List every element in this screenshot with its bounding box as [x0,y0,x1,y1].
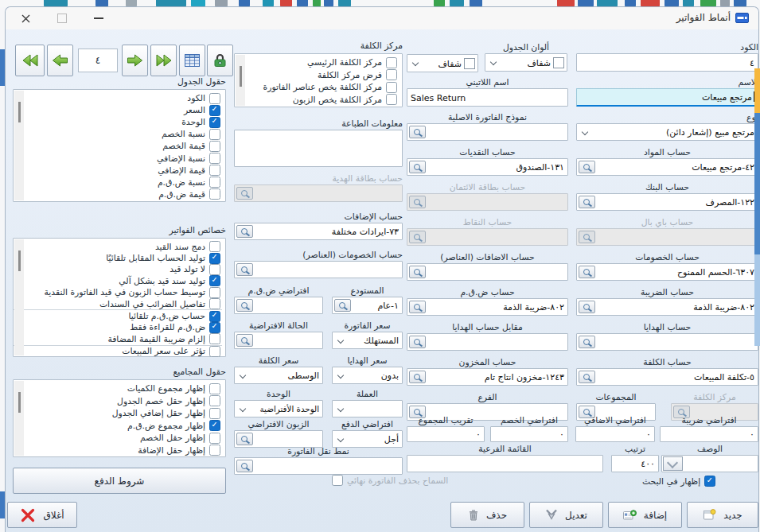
total-rounding-input[interactable]: ٠ [407,426,485,442]
allow-delete-checkbox[interactable]: السماح بحذف الفاتورة نهائي [332,475,448,486]
search-icon[interactable] [236,225,253,238]
checkbox-item[interactable]: قيمة الإضافي [14,165,222,177]
search-icon[interactable] [409,126,426,138]
checkbox[interactable] [209,241,220,252]
addition-items-account-input[interactable] [407,263,568,281]
maximize-window-button[interactable] [53,10,71,26]
chevron-down-icon[interactable] [487,56,500,68]
checkbox-item[interactable]: ض.ق.م للقراءة فقط [14,322,222,333]
checkbox-item[interactable]: إظهار مجموع ض.ق.م [14,420,222,433]
scrollbar-thumb[interactable] [18,392,21,413]
gifts-account-input[interactable] [576,333,758,351]
inventory-account-input[interactable]: ١٢٤٣-مخزون انتاج تام [407,368,568,386]
checkbox-item[interactable]: مركز الكلفة يخص عناصر الفاتورة [235,81,399,94]
checkbox-item[interactable]: مركز الكلفة الرئيسي [235,56,399,69]
search-icon[interactable] [579,336,595,348]
name-input[interactable]: مرتجع مبيعات [576,88,758,107]
type-select[interactable]: مرتجع مبيع (إشعار دائن) [576,123,758,141]
checkbox-item[interactable]: تؤثر على سعر المبيعات [14,345,222,357]
delete-button[interactable]: حذف [450,502,524,528]
checkbox[interactable] [209,322,220,333]
search-icon[interactable] [579,196,595,208]
table-color-select-2[interactable]: شفاف [407,54,478,72]
chevron-down-icon[interactable] [409,56,422,69]
list-scrollbar[interactable] [236,55,245,106]
checkbox[interactable] [386,94,397,105]
checkbox-item[interactable]: توسيط حساب الزبون في قيد الفاتورة النقدي… [14,287,222,298]
checkbox[interactable] [209,264,220,275]
nav-next-button[interactable] [122,45,148,76]
checkbox[interactable] [209,93,220,104]
dropdown-arrow-button[interactable] [663,456,683,471]
checkbox-item[interactable]: دمج سند القيد [14,241,222,252]
gifts-contra-account-input[interactable] [407,333,568,351]
default-status-input[interactable] [234,332,323,349]
default-customer-input[interactable] [234,430,323,448]
default-payment-select[interactable]: أجل [332,430,403,448]
default-addition-input[interactable]: ٠ [575,426,655,442]
checkbox[interactable] [209,311,220,322]
search-icon[interactable] [409,301,426,313]
cost-account-input[interactable]: ٥-تكلفة المبيعات [576,368,758,386]
search-icon[interactable] [236,299,253,312]
search-icon[interactable] [409,336,426,348]
code-input[interactable]: ٤ [576,53,758,72]
discount-items-account-input[interactable] [234,261,403,278]
add-button[interactable]: إضافة [608,502,682,528]
chevron-down-icon[interactable] [236,402,249,415]
bank-account-input[interactable]: ١٢٢-المصرف [576,193,758,211]
scrollbar-thumb[interactable] [240,66,242,87]
search-icon[interactable] [579,266,595,278]
gifts-price-select[interactable]: بدون [332,367,403,384]
transfer-mode-input[interactable] [234,457,403,475]
checkbox[interactable] [386,69,397,80]
search-icon[interactable] [334,299,351,312]
checkbox[interactable] [209,141,220,152]
chevron-down-icon[interactable] [334,369,347,382]
order-input[interactable]: ٤٠٠ [611,455,659,472]
search-icon[interactable] [236,334,253,347]
checkbox-item[interactable]: نسبة ض.ق.م [14,177,222,188]
chevron-down-icon[interactable] [334,433,347,445]
checkbox-item[interactable]: مركز الكلفة يخص الزبون [235,94,399,107]
show-in-search-checkbox[interactable]: إظهار في البحث [642,476,715,487]
checkbox[interactable] [209,383,220,394]
scrollbar-thumb[interactable] [18,102,21,122]
cash-account-input[interactable]: ١٣١-الصندوق [407,158,568,176]
chevron-down-icon[interactable] [236,369,249,382]
checkbox[interactable] [209,408,220,419]
lock-button[interactable] [207,45,233,76]
checkbox-item[interactable]: الكود [14,92,222,104]
checkbox[interactable] [209,445,220,456]
checkbox[interactable] [209,275,220,286]
checkbox[interactable] [209,395,220,406]
default-vat-input[interactable] [234,297,323,314]
latin-name-input[interactable]: Sales Return [407,88,568,107]
description-input[interactable] [661,455,758,472]
warehouse-input[interactable]: ١-عام [332,297,403,314]
checkbox[interactable] [209,287,220,298]
checkbox[interactable] [209,433,220,444]
checkbox-item[interactable]: توليد سند قيد بشكل آلي [14,275,222,286]
checkbox-item[interactable]: إظهار حقل الخصم [14,432,222,445]
nav-position-field[interactable]: ٤ [78,49,118,72]
checkbox-item[interactable]: تفاصيل الضرائب في السندات [14,298,222,309]
checkbox-item[interactable]: السعر [14,104,222,116]
nav-last-button[interactable] [150,45,177,76]
checkbox-item[interactable]: قيمة الخصم [14,140,222,152]
search-icon[interactable] [579,371,595,383]
invoice-price-select[interactable]: المستهلك [332,332,403,349]
search-icon[interactable] [579,161,595,173]
checkbox-item[interactable]: لا تولد قيد [14,264,222,275]
new-button[interactable]: جديد [687,502,758,528]
list-scrollbar[interactable] [14,381,24,456]
print-info-input[interactable] [234,130,403,167]
search-icon[interactable] [236,460,253,472]
default-tax-input[interactable]: ٠ [660,426,758,442]
original-invoice-template-input[interactable] [407,123,568,141]
search-icon[interactable] [236,433,253,445]
close-dialog-button[interactable]: أغلاق [7,502,77,528]
checkbox[interactable] [386,82,397,93]
checkbox[interactable] [209,420,220,431]
discounts-account-input[interactable]: ٦٣٠٧-الحسم الممنوح [576,263,758,281]
